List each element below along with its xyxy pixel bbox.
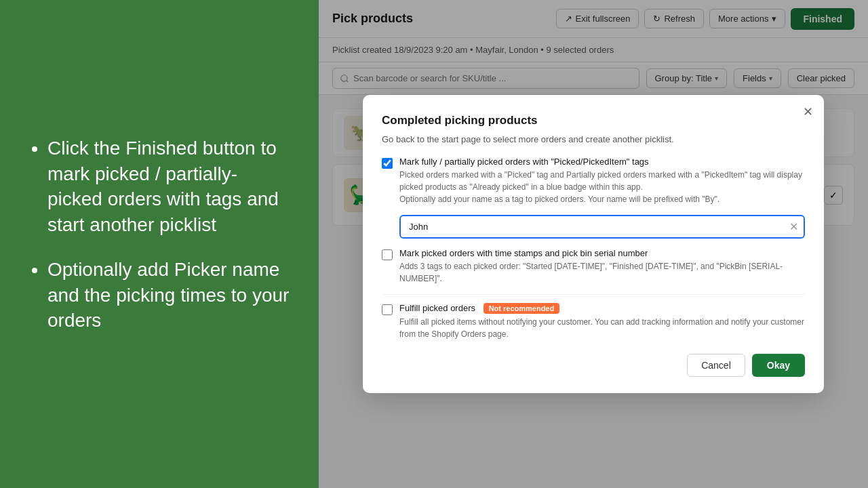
left-panel: Click the Finished button to mark picked… bbox=[0, 0, 319, 488]
checkbox-row-tags: Mark fully / partially picked orders wit… bbox=[382, 157, 805, 205]
checkbox-row-fulfill: Fulfill picked orders Not recommended Fu… bbox=[382, 303, 805, 340]
not-recommended-badge: Not recommended bbox=[484, 303, 560, 314]
checkbox-row-timestamps: Mark picked orders with time stamps and … bbox=[382, 248, 805, 285]
modal-close-button[interactable]: ✕ bbox=[803, 106, 813, 118]
checkbox-tags[interactable] bbox=[382, 158, 393, 169]
checkbox-fulfill[interactable] bbox=[382, 304, 393, 315]
picker-name-input[interactable] bbox=[399, 215, 805, 239]
modal-title: Completed picking products bbox=[382, 114, 805, 127]
bullet-2: Optionally add Picker name and the picki… bbox=[47, 257, 292, 333]
okay-button[interactable]: Okay bbox=[752, 354, 805, 377]
modal-actions: Cancel Okay bbox=[382, 354, 805, 377]
completed-picking-modal: ✕ Completed picking products Go back to … bbox=[363, 95, 824, 393]
divider bbox=[382, 294, 805, 295]
right-panel: Pick products ↗ Exit fullscreen ↻ Refres… bbox=[319, 0, 868, 488]
bullet-1: Click the Finished button to mark picked… bbox=[47, 136, 292, 238]
modal-overlay: ✕ Completed picking products Go back to … bbox=[319, 0, 868, 488]
modal-subtitle: Go back to the start page to select more… bbox=[382, 134, 805, 144]
cancel-button[interactable]: Cancel bbox=[687, 354, 745, 377]
name-input-row: ✕ bbox=[399, 215, 805, 239]
clear-name-button[interactable]: ✕ bbox=[789, 222, 798, 232]
checkbox-timestamps[interactable] bbox=[382, 249, 393, 260]
